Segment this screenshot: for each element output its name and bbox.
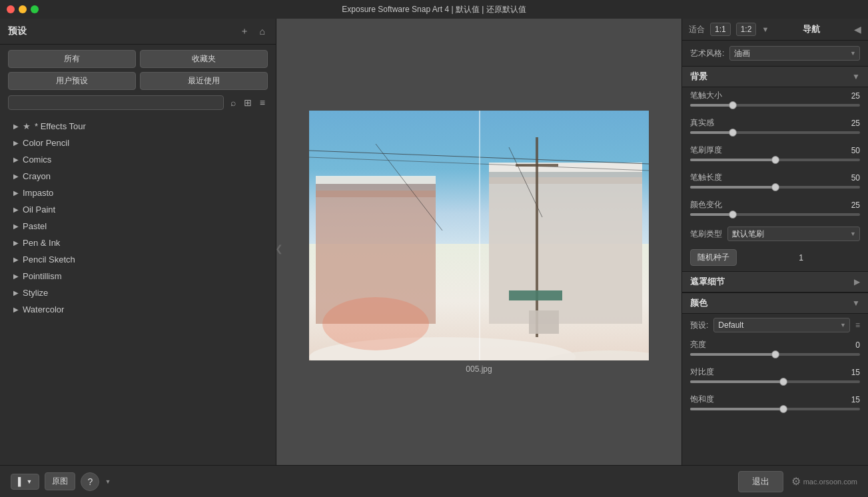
- saturation-track[interactable]: [690, 408, 860, 410]
- brush-type-select-wrapper: 默认笔刷 圆形 平头 扇形: [727, 227, 860, 241]
- chevron-right-icon: ▶: [13, 256, 19, 263]
- realism-track[interactable]: [690, 131, 860, 134]
- favorites-button[interactable]: 收藏夹: [140, 50, 268, 68]
- list-view-icon[interactable]: ≡: [257, 96, 268, 109]
- saturation-thumb[interactable]: [779, 405, 787, 413]
- brush-thickness-row: 笔刷厚度 50: [682, 142, 868, 169]
- sidebar-title: 预设: [8, 25, 27, 37]
- list-item[interactable]: ▶ Watercolor: [0, 301, 276, 318]
- brush-size-row: 笔触大小 25: [682, 87, 868, 115]
- list-item[interactable]: ▶ Stylize: [0, 284, 276, 301]
- stroke-length-value: 50: [851, 173, 860, 183]
- list-item[interactable]: ▶ Crayon: [0, 168, 276, 185]
- brush-thickness-fill: [690, 159, 775, 161]
- brush-thickness-label: 笔刷厚度: [690, 145, 722, 156]
- contrast-track[interactable]: [690, 380, 860, 383]
- brush-type-select[interactable]: 默认笔刷 圆形 平头 扇形: [727, 227, 860, 241]
- realism-label: 真实感: [690, 117, 714, 129]
- mask-title: 遮罩细节: [690, 276, 725, 288]
- brightness-track[interactable]: [690, 353, 860, 356]
- stroke-length-track[interactable]: [690, 186, 860, 189]
- preset-item-label: Impasto: [23, 188, 53, 198]
- canvas-filename: 005.jpg: [466, 364, 492, 374]
- split-dropdown-icon[interactable]: ▼: [27, 478, 33, 485]
- color-variation-track[interactable]: [690, 213, 860, 216]
- chevron-right-icon: ▶: [13, 189, 19, 197]
- contrast-row: 对比度 15: [682, 364, 868, 391]
- list-item[interactable]: ▶ Pencil Sketch: [0, 251, 276, 268]
- add-preset-icon[interactable]: ＋: [237, 24, 252, 39]
- contrast-thumb[interactable]: [779, 378, 787, 386]
- brush-thickness-thumb[interactable]: [771, 156, 779, 164]
- search-icon[interactable]: ⌕: [228, 96, 238, 109]
- color-preset-label: 预设:: [690, 320, 708, 331]
- canvas-wrapper: 🔍: [309, 111, 649, 360]
- color-preset-select[interactable]: Default Warm Cool Vivid: [713, 318, 850, 332]
- help-button[interactable]: ?: [81, 472, 99, 491]
- right-panel: 适合 1:1 1:2 ▼ 导航 ◀ 艺术风格: 油画 水彩 素描 漫画 背景 ▼: [681, 19, 868, 465]
- background-title: 背景: [690, 71, 707, 83]
- list-item[interactable]: ▶ Comics: [0, 151, 276, 168]
- list-item[interactable]: ▶ Color Pencil: [0, 135, 276, 151]
- preset-list: ▶ ★ * Effects Tour ▶ Color Pencil ▶ Comi…: [0, 115, 276, 465]
- zoom-1-1-button[interactable]: 1:1: [710, 23, 731, 36]
- background-collapse-icon: ▼: [852, 72, 860, 81]
- brush-size-track[interactable]: [690, 104, 860, 107]
- traffic-lights: [7, 5, 39, 13]
- sidebar-collapse-icon[interactable]: ❮: [275, 243, 283, 254]
- maximize-button[interactable]: [31, 5, 39, 13]
- brush-thickness-track[interactable]: [690, 159, 860, 161]
- list-item[interactable]: ▶ Pastel: [0, 218, 276, 235]
- zoom-1-2-button[interactable]: 1:2: [736, 23, 757, 36]
- split-view-button[interactable]: ▌ ▼: [11, 474, 39, 490]
- exit-button[interactable]: 退出: [738, 471, 783, 492]
- preset-item-label: Pen & Ink: [23, 238, 60, 248]
- list-item[interactable]: ▶ Impasto: [0, 185, 276, 201]
- preset-item-label: Comics: [23, 155, 51, 165]
- list-item[interactable]: ▶ Oil Paint: [0, 201, 276, 218]
- chevron-right-icon: ▶: [13, 239, 19, 247]
- zoom-dropdown-icon[interactable]: ▼: [761, 25, 769, 33]
- brightness-label: 亮度: [690, 339, 706, 350]
- home-icon[interactable]: ⌂: [257, 25, 268, 38]
- brush-size-thumb[interactable]: [729, 101, 737, 109]
- recent-button[interactable]: 最近使用: [140, 72, 268, 90]
- user-presets-button[interactable]: 用户预设: [8, 72, 136, 90]
- list-item[interactable]: ▶ Pointillism: [0, 268, 276, 284]
- stroke-length-row: 笔触长度 50: [682, 169, 868, 197]
- all-presets-button[interactable]: 所有: [8, 50, 136, 68]
- search-input[interactable]: [8, 95, 224, 110]
- list-item[interactable]: ▶ ★ * Effects Tour: [0, 118, 276, 135]
- titlebar: Exposure Software Snap Art 4 | 默认值 | 还原默…: [0, 0, 868, 19]
- preset-item-label: Pointillism: [23, 271, 62, 281]
- grid-view-icon[interactable]: ⊞: [241, 96, 254, 109]
- list-item[interactable]: ▶ Pen & Ink: [0, 235, 276, 251]
- random-seed-button[interactable]: 随机种子: [690, 249, 737, 266]
- minimize-button[interactable]: [19, 5, 27, 13]
- realism-thumb[interactable]: [729, 129, 737, 137]
- brush-size-label: 笔触大小: [690, 90, 722, 101]
- stroke-length-thumb[interactable]: [771, 183, 779, 191]
- original-button[interactable]: 原图: [45, 472, 75, 490]
- brightness-row: 亮度 0: [682, 336, 868, 364]
- sidebar: 预设 ＋ ⌂ 所有 收藏夹 用户预设 最近使用 ⌕ ⊞ ≡ ▶ ★ * E: [0, 19, 276, 465]
- brightness-fill: [690, 353, 775, 356]
- fit-label: 适合: [689, 24, 705, 35]
- brightness-thumb[interactable]: [771, 350, 779, 358]
- background-section-header[interactable]: 背景 ▼: [682, 67, 868, 87]
- color-variation-fill: [690, 213, 733, 216]
- canvas-image[interactable]: [309, 111, 649, 360]
- art-style-select[interactable]: 油画 水彩 素描 漫画: [729, 46, 860, 61]
- close-button[interactable]: [7, 5, 15, 13]
- star-icon: ★: [23, 121, 31, 131]
- mask-section-header[interactable]: 遮罩细节 ▶: [682, 272, 868, 292]
- stroke-length-label: 笔触长度: [690, 172, 722, 183]
- color-options-icon[interactable]: ≡: [855, 320, 860, 330]
- nav-collapse-icon[interactable]: ◀: [854, 24, 861, 35]
- chevron-right-icon: ▶: [13, 173, 19, 180]
- color-variation-thumb[interactable]: [729, 211, 737, 219]
- color-section-header[interactable]: 颜色 ▼: [682, 292, 868, 314]
- chevron-right-icon: ▶: [13, 156, 19, 163]
- help-dropdown-icon[interactable]: ▼: [105, 478, 111, 485]
- saturation-value: 15: [851, 395, 860, 404]
